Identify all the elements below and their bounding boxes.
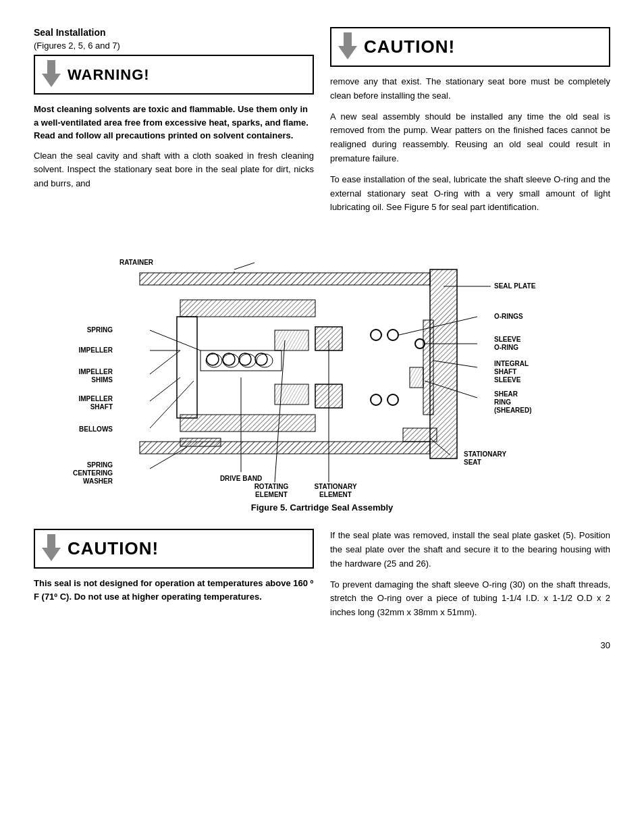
svg-line-40 bbox=[275, 340, 285, 482]
svg-point-24 bbox=[207, 353, 219, 365]
svg-marker-3 bbox=[338, 46, 357, 59]
label-impeller-shims-1: IMPELLER bbox=[78, 368, 113, 375]
warning-box: WARNING! bbox=[34, 55, 314, 95]
svg-rect-30 bbox=[410, 367, 423, 388]
label-spring: SPRING bbox=[87, 326, 113, 334]
svg-rect-8 bbox=[423, 320, 433, 415]
page-number: 30 bbox=[34, 640, 610, 650]
label-impeller: IMPELLER bbox=[78, 346, 113, 354]
svg-line-37 bbox=[150, 350, 180, 374]
label-rotating-2: ELEMENT bbox=[255, 491, 288, 498]
label-stat-seat-1: STATIONARY bbox=[464, 450, 506, 458]
svg-point-25 bbox=[223, 353, 235, 365]
svg-point-20 bbox=[371, 330, 381, 340]
diagram-svg: RATAINER SPRING IMPELLER IMPELLER SHIMS … bbox=[45, 232, 599, 502]
svg-rect-53 bbox=[47, 534, 55, 549]
svg-rect-17 bbox=[275, 384, 308, 405]
label-spring-centering-2: CENTERING bbox=[73, 469, 113, 477]
section-title: Seal Installation bbox=[34, 27, 314, 38]
svg-line-34 bbox=[234, 263, 254, 269]
caution-box-top: CAUTION! bbox=[330, 27, 610, 67]
svg-rect-13 bbox=[180, 300, 315, 317]
top-two-col: Seal Installation (Figures 2, 5, 6 and 7… bbox=[34, 27, 610, 221]
svg-line-38 bbox=[150, 377, 180, 401]
diagram-container: RATAINER SPRING IMPELLER IMPELLER SHIMS … bbox=[34, 232, 610, 523]
label-o-rings: O-RINGS bbox=[494, 313, 523, 320]
label-spring-centering-3: WASHER bbox=[83, 477, 113, 485]
svg-point-11 bbox=[240, 354, 256, 367]
label-stationary-el-1: STATIONARY bbox=[314, 483, 356, 490]
left-body-text-1: Clean the seal cavity and shaft with a c… bbox=[34, 149, 314, 191]
bottom-caution-body: This seal is not designed for operation … bbox=[34, 577, 314, 603]
bottom-right-text-1: If the seal plate was removed, install t… bbox=[330, 529, 610, 571]
label-ratainer: RATAINER bbox=[119, 259, 154, 266]
svg-rect-15 bbox=[177, 317, 197, 418]
warning-icon bbox=[42, 60, 61, 89]
label-sleeve-o-ring-2: O-RING bbox=[494, 344, 518, 351]
warning-title: WARNING! bbox=[68, 66, 150, 84]
right-body-text-2: To ease installation of the seal, lubric… bbox=[330, 173, 610, 215]
label-spring-centering-1: SPRING bbox=[87, 461, 113, 469]
svg-rect-14 bbox=[180, 415, 315, 432]
bottom-caution-box: CAUTION! bbox=[34, 529, 314, 569]
svg-rect-2 bbox=[344, 32, 352, 47]
label-seal-plate: SEAL PLATE bbox=[494, 282, 536, 290]
label-shear-2: RING bbox=[494, 398, 511, 406]
label-integral-1: INTEGRAL bbox=[494, 360, 529, 367]
label-rotating-1: ROTATING bbox=[254, 483, 289, 490]
svg-rect-0 bbox=[47, 60, 55, 75]
bottom-right-text-2: To prevent damaging the shaft sleeve O-r… bbox=[330, 578, 610, 620]
svg-marker-54 bbox=[42, 548, 61, 561]
bottom-right-column: If the seal plate was removed, install t… bbox=[330, 529, 610, 627]
label-stat-seat-2: SEAT bbox=[464, 459, 481, 466]
bottom-left-column: CAUTION! This seal is not designed for o… bbox=[34, 529, 314, 627]
label-shear-1: SHEAR bbox=[494, 390, 518, 398]
svg-rect-16 bbox=[275, 330, 308, 350]
left-column: Seal Installation (Figures 2, 5, 6 and 7… bbox=[34, 27, 314, 221]
right-caution-body: A new seal assembly should be installed … bbox=[330, 110, 610, 166]
label-shear-3: (SHEARED) bbox=[494, 407, 532, 414]
right-column: CAUTION! remove any that exist. The stat… bbox=[330, 27, 610, 221]
right-body-text-1: remove any that exist. The stationary se… bbox=[330, 75, 610, 103]
svg-rect-29 bbox=[180, 438, 221, 446]
label-bellows: BELLOWS bbox=[79, 425, 113, 433]
caution-icon-top bbox=[338, 32, 357, 61]
page-content: Seal Installation (Figures 2, 5, 6 and 7… bbox=[34, 27, 610, 650]
label-sleeve-o-ring-1: SLEEVE bbox=[494, 336, 521, 343]
svg-marker-1 bbox=[42, 74, 61, 87]
diagram-caption: Figure 5. Cartridge Seal Assembly bbox=[34, 502, 610, 513]
svg-point-21 bbox=[387, 330, 398, 340]
bottom-caution-title: CAUTION! bbox=[68, 538, 159, 559]
svg-rect-4 bbox=[140, 273, 430, 285]
label-integral-2: SHAFT bbox=[494, 368, 516, 375]
bottom-two-col: CAUTION! This seal is not designed for o… bbox=[34, 529, 610, 627]
label-integral-3: SLEEVE bbox=[494, 376, 521, 384]
svg-point-23 bbox=[387, 394, 398, 405]
caution-title-top: CAUTION! bbox=[364, 36, 455, 57]
svg-line-35 bbox=[150, 330, 200, 350]
svg-point-22 bbox=[371, 394, 381, 405]
warning-body: Most cleaning solvents are toxic and fla… bbox=[34, 103, 314, 142]
svg-point-26 bbox=[239, 353, 251, 365]
figures-subtitle: (Figures 2, 5, 6 and 7) bbox=[34, 41, 314, 51]
label-impeller-shaft-1: IMPELLER bbox=[78, 395, 113, 402]
label-drive-band: DRIVE BAND bbox=[220, 475, 262, 482]
label-impeller-shaft-2: SHAFT bbox=[90, 403, 113, 411]
label-stationary-el-2: ELEMENT bbox=[319, 491, 352, 498]
bottom-caution-icon bbox=[42, 534, 61, 563]
label-impeller-shims-2: SHIMS bbox=[91, 376, 113, 384]
